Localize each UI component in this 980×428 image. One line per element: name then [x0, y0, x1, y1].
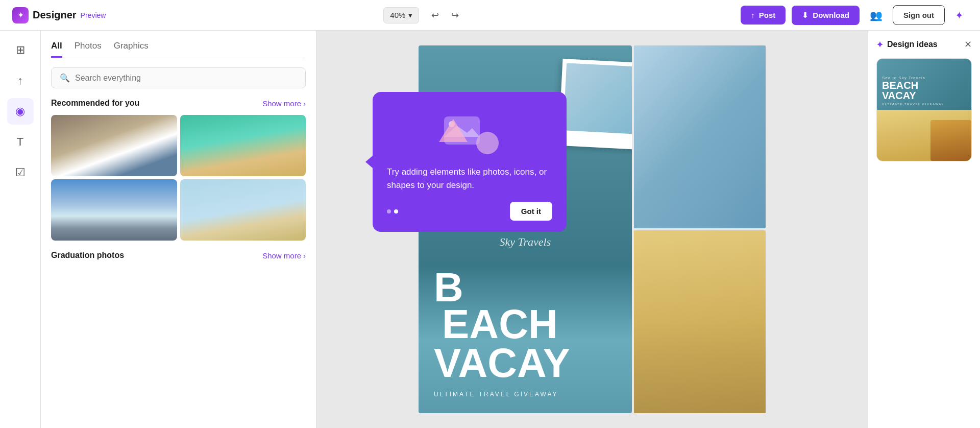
sunglasses-overlay: [634, 45, 766, 228]
recommended-title: Recommended for you: [51, 99, 139, 108]
search-box[interactable]: 🔍: [51, 67, 306, 88]
sidebar-checklist-button[interactable]: ☑: [7, 159, 34, 186]
undo-redo-group: ↩ ↪: [427, 6, 463, 25]
design-ideas-title: ✦ Design ideas: [876, 40, 938, 50]
preview-badge: Preview: [81, 11, 106, 19]
download-icon: ⬇: [802, 11, 808, 20]
download-button[interactable]: ⬇ Download: [792, 6, 860, 25]
design-ideas-label: Design ideas: [887, 40, 938, 49]
polaroid-inner: [563, 63, 632, 134]
redo-button[interactable]: ↪: [447, 6, 463, 25]
graphics-icon: ◉: [15, 105, 25, 118]
canvas-subtitle-text: ULTIMATE TRAVEL GIVEAWAY: [434, 391, 558, 398]
idea-giveaway-label: ULTIMATE TRAVEL GIVEAWAY: [882, 103, 944, 106]
post-label: Post: [759, 11, 776, 19]
idea-card-top: Sea to Sky Travels BEACH VACAY ULTIMATE …: [877, 59, 971, 110]
canvas-photo-bike: [634, 230, 766, 413]
chevron-right-icon: ›: [303, 99, 306, 108]
idea-card-text: Sea to Sky Travels BEACH VACAY ULTIMATE …: [882, 76, 944, 106]
show-more-recommended-label: Show more: [262, 99, 301, 108]
canvas-each-text: EACH: [442, 306, 558, 343]
idea-card-bottom: [877, 110, 971, 161]
photo-item-aerial[interactable]: [51, 115, 177, 176]
panel-tabs: All Photos Graphics: [51, 41, 306, 58]
topbar: ✦ Designer Preview 40% ▾ ↩ ↪ ↑ Post ⬇ Do…: [0, 0, 980, 31]
canvas-photo-sunglasses: [634, 45, 766, 228]
topbar-left: ✦ Designer Preview: [12, 7, 106, 23]
signout-button[interactable]: Sign out: [893, 5, 945, 25]
idea-bottom-image: [930, 120, 971, 161]
text-icon: T: [17, 135, 23, 149]
topbar-center: 40% ▾ ↩ ↪: [383, 6, 463, 25]
post-button[interactable]: ↑ Post: [741, 6, 786, 25]
download-label: Download: [813, 11, 849, 19]
tab-graphics[interactable]: Graphics: [114, 41, 149, 58]
bike-overlay: [634, 230, 766, 413]
tooltip-text: Try adding elements like photos, icons, …: [387, 165, 552, 192]
tab-photos[interactable]: Photos: [75, 41, 102, 58]
canvas-vacay-text: VACAY: [434, 343, 570, 384]
notification-button[interactable]: ✦: [951, 5, 968, 26]
graduation-section-header: Graduation photos Show more ›: [51, 251, 306, 260]
tooltip-footer: Got it: [387, 202, 552, 221]
undo-button[interactable]: ↩: [427, 6, 443, 25]
people-button[interactable]: 👥: [866, 5, 887, 26]
sidebar-graphics-button[interactable]: ◉: [7, 98, 34, 125]
canvas-b-letter: B: [434, 269, 463, 306]
sidebar-elements-button[interactable]: ⊞: [7, 37, 34, 63]
elements-icon: ⊞: [16, 43, 25, 57]
photo-item-sand[interactable]: [180, 179, 306, 241]
search-icon: 🔍: [60, 73, 70, 83]
canvas-photos-column: [634, 45, 766, 413]
checklist-icon: ☑: [15, 166, 26, 179]
logo-icon: ✦: [12, 7, 29, 23]
topbar-right: ↑ Post ⬇ Download 👥 Sign out ✦: [741, 5, 968, 26]
canvas-sky-travels-text: Sky Travels: [434, 235, 617, 249]
main-layout: ⊞ ↑ ◉ T ☑ All Photos Graphics 🔍 Recommen…: [0, 31, 980, 428]
design-ideas-header: ✦ Design ideas ✕: [876, 39, 972, 50]
idea-beach-label: BEACH: [882, 80, 944, 90]
show-more-graduation-button[interactable]: Show more ›: [262, 251, 306, 260]
tooltip-popup: Try adding elements like photos, icons, …: [373, 92, 567, 232]
design-idea-card[interactable]: Sea to Sky Travels BEACH VACAY ULTIMATE …: [876, 58, 972, 161]
dot-2: [394, 209, 398, 213]
chevron-right-icon-2: ›: [303, 251, 306, 260]
dot-1: [387, 209, 391, 213]
recommended-section-header: Recommended for you Show more ›: [51, 99, 306, 108]
tooltip-icon-area: [387, 106, 552, 157]
design-ideas-close-button[interactable]: ✕: [964, 39, 972, 50]
photo-item-sky[interactable]: [51, 179, 177, 241]
tooltip-arrow: [365, 156, 373, 168]
designer-logo: ✦ Designer Preview: [12, 7, 106, 23]
app-name: Designer: [33, 9, 77, 21]
left-sidebar: ⊞ ↑ ◉ T ☑: [0, 31, 41, 428]
upload-icon: ↑: [17, 74, 23, 87]
show-more-graduation-label: Show more: [262, 251, 301, 260]
zoom-level: 40%: [390, 11, 405, 19]
design-ideas-icon: ✦: [876, 40, 883, 50]
tooltip-dots: [387, 209, 398, 213]
sidebar-upload-button[interactable]: ↑: [7, 67, 34, 94]
media-placeholder-icon: [439, 106, 500, 157]
canvas-beach-text: B EACH VACAY ULTIMATE TRAVEL GIVEAWAY: [434, 269, 617, 398]
svg-point-4: [476, 132, 499, 154]
chevron-down-icon: ▾: [408, 11, 412, 20]
show-more-recommended-button[interactable]: Show more ›: [262, 99, 306, 108]
design-ideas-panel: ✦ Design ideas ✕ Sea to Sky Travels BEAC…: [868, 31, 980, 428]
zoom-control[interactable]: 40% ▾: [383, 7, 419, 23]
media-panel: All Photos Graphics 🔍 Recommended for yo…: [41, 31, 316, 428]
share-icon: ↑: [751, 11, 755, 19]
got-it-button[interactable]: Got it: [510, 202, 552, 221]
photo-item-beach1[interactable]: [180, 115, 306, 176]
sidebar-text-button[interactable]: T: [7, 129, 34, 155]
search-input[interactable]: [75, 74, 297, 83]
idea-vacay-label: VACAY: [882, 90, 944, 101]
tab-all[interactable]: All: [51, 41, 62, 58]
canvas-area: Try adding elements like photos, icons, …: [316, 31, 868, 428]
graduation-title: Graduation photos: [51, 251, 124, 260]
recommended-photo-grid: [51, 115, 306, 241]
canvas-polaroid: [558, 59, 631, 150]
